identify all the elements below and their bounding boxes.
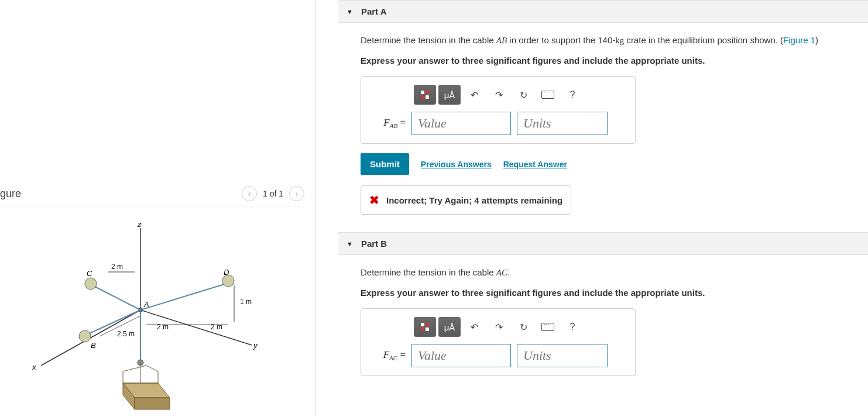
part-a-instruction: Express your answer to three significant…	[338, 47, 868, 76]
fraction-tool-button[interactable]	[414, 85, 436, 105]
pager-label: 1 of 1	[263, 189, 283, 198]
previous-answers-link[interactable]: Previous Answers	[421, 160, 492, 169]
chevron-down-icon: ▼	[346, 8, 353, 15]
help-button[interactable]: ?	[561, 85, 584, 105]
q-unit: kg	[615, 36, 624, 45]
answer-toolbar: μÅ ↶ ↷ ↻ ?	[414, 85, 626, 105]
var-symbol: F	[383, 117, 389, 128]
svg-text:C: C	[87, 269, 92, 278]
svg-text:2 m: 2 m	[211, 323, 222, 331]
figure-pager: ‹ 1 of 1 ›	[242, 186, 304, 201]
part-b-answer-box: μÅ ↶ ↷ ↻ ? FAC =	[361, 308, 636, 376]
reset-button[interactable]: ↻	[512, 317, 534, 337]
pager-next-button[interactable]: ›	[289, 186, 304, 201]
part-b-instruction: Express your answer to three significant…	[338, 280, 868, 308]
part-a-question: Determine the tension in the cable AB in…	[338, 32, 868, 47]
part-b-header[interactable]: ▼ Part B	[338, 232, 868, 255]
part-a-submit-row: Submit Previous Answers Request Answer	[361, 153, 868, 175]
fraction-tool-button[interactable]	[414, 317, 436, 337]
variable-label: FAC =	[370, 349, 406, 361]
svg-point-18	[79, 330, 91, 342]
units-tool-button[interactable]: μÅ	[438, 317, 461, 337]
reset-button[interactable]: ↻	[512, 85, 534, 105]
axis-y-label: y	[253, 341, 258, 350]
fraction-icon	[421, 91, 429, 99]
var-symbol: F	[383, 349, 389, 360]
eq-sign: =	[397, 117, 406, 128]
svg-text:2 m: 2 m	[111, 263, 123, 271]
answer-row: FAC =	[370, 344, 626, 367]
variable-label: FAB =	[370, 117, 406, 129]
svg-point-5	[85, 278, 97, 290]
feedback-box: ✖ Incorrect; Try Again; 4 attempts remai…	[361, 185, 571, 215]
svg-text:2 m: 2 m	[157, 323, 169, 331]
question-pane: ▼ Part A Determine the tension in the ca…	[328, 0, 868, 376]
part-b-title: Part B	[361, 239, 387, 249]
svg-text:1 m: 1 m	[240, 298, 252, 306]
svg-line-7	[95, 287, 140, 310]
keyboard-icon	[541, 91, 554, 99]
units-input[interactable]	[517, 344, 608, 367]
chevron-down-icon: ▼	[346, 240, 353, 247]
part-b-question: Determine the tension in the cable AC.	[338, 264, 868, 280]
feedback-message: Incorrect; Try Again; 4 attempts remaini…	[386, 195, 562, 205]
keyboard-button[interactable]	[537, 85, 559, 105]
figure-title: gure	[0, 188, 21, 200]
q-var: AC	[496, 268, 507, 277]
svg-line-12	[140, 284, 224, 310]
var-subscript: AC	[389, 355, 397, 362]
figure-pane: gure ‹ 1 of 1 › z x y A C 2 m D	[0, 0, 316, 417]
svg-text:D: D	[224, 268, 229, 277]
q-var: AB	[496, 36, 507, 45]
units-tool-button[interactable]: μÅ	[438, 85, 461, 105]
q-text: Determine the tension in the cable	[361, 267, 496, 277]
q-text: )	[815, 35, 818, 45]
keyboard-icon	[541, 323, 554, 331]
pager-prev-button[interactable]: ‹	[242, 186, 257, 201]
part-a-header[interactable]: ▼ Part A	[338, 0, 868, 23]
part-a-answer-box: μÅ ↶ ↷ ↻ ? FAB =	[361, 76, 636, 144]
fraction-icon	[421, 323, 429, 331]
q-text: .	[507, 267, 510, 277]
q-text: crate in the equilibrium position shown.…	[624, 35, 783, 45]
q-text: in order to support the 140-	[507, 35, 615, 45]
eq-sign: =	[397, 349, 406, 360]
submit-button[interactable]: Submit	[361, 153, 409, 175]
answer-row: FAB =	[370, 112, 626, 135]
request-answer-link[interactable]: Request Answer	[503, 160, 567, 169]
keyboard-button[interactable]	[537, 317, 559, 337]
figure-diagram: z x y A C 2 m D 1 m 2 m 2 m B	[23, 222, 269, 415]
answer-toolbar: μÅ ↶ ↷ ↻ ?	[414, 317, 626, 337]
redo-button[interactable]: ↷	[488, 317, 510, 337]
figure-header: gure ‹ 1 of 1 ›	[0, 186, 304, 206]
part-a-title: Part A	[361, 6, 387, 16]
axis-z-label: z	[137, 222, 142, 229]
help-button[interactable]: ?	[561, 317, 584, 337]
svg-text:2.5 m: 2.5 m	[117, 330, 135, 338]
value-input[interactable]	[411, 344, 511, 367]
figure-link[interactable]: Figure 1	[783, 35, 815, 45]
undo-button[interactable]: ↶	[463, 85, 485, 105]
svg-text:B: B	[91, 341, 96, 350]
var-subscript: AB	[390, 123, 397, 130]
units-input[interactable]	[517, 112, 608, 135]
undo-button[interactable]: ↶	[463, 317, 485, 337]
q-text: Determine the tension in the cable	[361, 35, 496, 45]
svg-marker-27	[135, 398, 170, 409]
redo-button[interactable]: ↷	[488, 85, 510, 105]
value-input[interactable]	[411, 112, 511, 135]
incorrect-icon: ✖	[369, 193, 379, 207]
axis-x-label: x	[32, 363, 36, 371]
